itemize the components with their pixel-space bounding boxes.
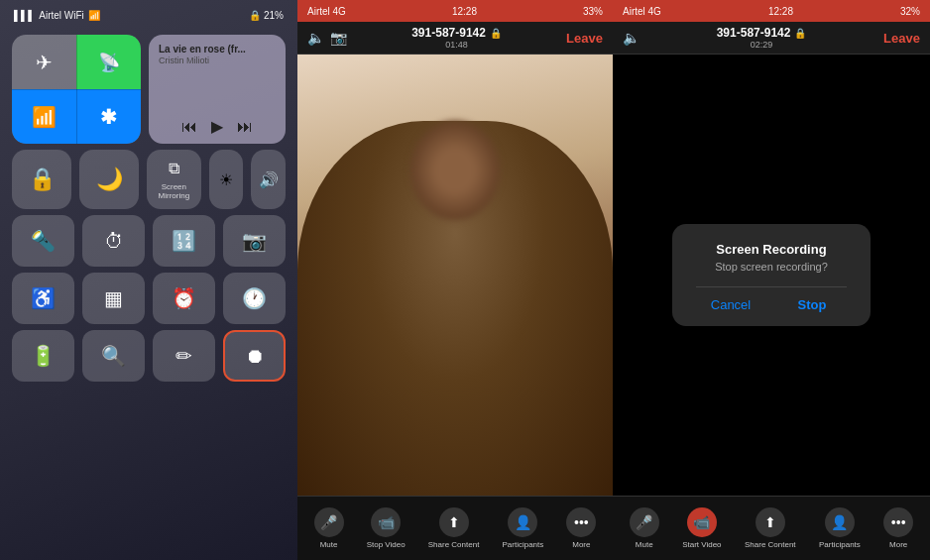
- vc-bottom-bar: 🎤 Mute 📹 Stop Video ⬆ Share Content 👤 Pa…: [297, 496, 613, 560]
- vc-camera-header-icon: 📷: [330, 30, 347, 46]
- rec-duration: 02:29: [751, 40, 773, 50]
- next-button[interactable]: ⏭: [237, 118, 253, 136]
- vc-more-label: More: [572, 540, 590, 549]
- rec-speaker-icon: 🔈: [623, 30, 639, 46]
- rec-mute-icon: 🎤: [630, 507, 659, 537]
- cc-top-row: ✈ 📡 📶 ✱ La vie en rose (fr... Cristin Mi…: [12, 35, 286, 144]
- cc-grid-row2: ♿ ▦ ⏰ 🕐: [12, 273, 286, 324]
- portrait-lock-icon: 🔒: [29, 167, 56, 192]
- volume-icon: 🔊: [259, 170, 279, 189]
- rec-call-header: 🔈 391-587-9142 🔒 02:29 Leave: [613, 22, 930, 55]
- vc-stop-video-button[interactable]: 📹 Stop Video: [367, 507, 406, 549]
- brightness-icon: ☀: [219, 170, 233, 189]
- vc-participants-label: Participants: [502, 540, 543, 549]
- screen-mirroring-tile[interactable]: ⧉ Screen Mirroring: [147, 150, 201, 209]
- flashlight-icon: 🔦: [31, 229, 56, 253]
- wifi-tile[interactable]: 📶: [12, 89, 76, 144]
- bluetooth-tile[interactable]: ✱: [76, 89, 141, 144]
- alarm-tile[interactable]: ⏰: [153, 273, 215, 324]
- rec-share-label: Share Content: [745, 540, 796, 549]
- screen-recording-panel: Airtel 4G 12:28 32% 🔈 391-587-9142 🔒 02:…: [613, 0, 930, 560]
- rec-lock-icon: 🔒: [794, 28, 806, 39]
- timer-icon: ⏱: [104, 230, 124, 253]
- clock-tile[interactable]: 🕐: [223, 273, 286, 324]
- qr-code-icon: ▦: [104, 286, 123, 310]
- calculator-tile[interactable]: 🔢: [153, 215, 215, 267]
- vc-header-icons-left: 🔈 📷: [307, 30, 347, 46]
- vc-battery: 33%: [583, 6, 603, 17]
- volume-slider[interactable]: 🔊: [251, 150, 286, 209]
- flashlight-tile[interactable]: 🔦: [12, 215, 74, 267]
- vc-participants-icon: 👤: [508, 507, 537, 537]
- qr-code-tile[interactable]: ▦: [82, 273, 145, 324]
- vc-duration: 01:48: [445, 40, 468, 50]
- magnifier-icon: 🔍: [101, 344, 126, 368]
- rec-more-button[interactable]: ••• More: [883, 507, 913, 549]
- do-not-disturb-tile[interactable]: 🌙: [79, 150, 139, 209]
- cc-bottom-row: 🔋 🔍 ✏ ⏺: [12, 330, 286, 382]
- vc-lock-icon: 🔒: [490, 28, 502, 39]
- vc-status-bar: Airtel 4G 12:28 33%: [297, 0, 613, 22]
- dialog-buttons: Cancel Stop: [696, 286, 847, 312]
- accessibility-icon: ♿: [31, 286, 56, 310]
- portrait-lock-tile[interactable]: 🔒: [12, 150, 71, 209]
- vc-mute-button[interactable]: 🎤 Mute: [314, 507, 344, 549]
- vc-more-icon: •••: [566, 507, 596, 537]
- vc-phone-number: 391-587-9142 🔒: [411, 26, 502, 40]
- rec-participants-button[interactable]: 👤 Participants: [819, 507, 861, 549]
- dialog-title: Screen Recording: [696, 242, 847, 257]
- rec-phone-number: 391-587-9142 🔒: [717, 26, 807, 40]
- cc-grid-row1: 🔦 ⏱ 🔢 📷: [12, 215, 286, 267]
- rec-status-bar: Airtel 4G 12:28 32%: [613, 0, 930, 22]
- battery-area: 🔒 21%: [249, 10, 284, 21]
- rec-participants-label: Participants: [819, 540, 861, 549]
- rec-more-label: More: [889, 540, 907, 549]
- rec-time: 12:28: [768, 6, 793, 17]
- music-widget[interactable]: La vie en rose (fr... Cristin Milioti ⏮ …: [149, 35, 286, 144]
- rec-leave-button[interactable]: Leave: [883, 31, 920, 46]
- rec-carrier: Airtel 4G: [623, 6, 661, 17]
- vc-stop-video-icon: 📹: [371, 507, 401, 537]
- vc-more-button[interactable]: ••• More: [566, 507, 596, 549]
- brightness-slider[interactable]: ☀: [209, 150, 244, 209]
- cellular-icon: 📡: [98, 52, 120, 73]
- camera-icon: 📷: [242, 229, 267, 253]
- dialog-stop-button[interactable]: Stop: [777, 297, 847, 312]
- signal-bars: ▌▌▌: [14, 10, 35, 21]
- cc-row2: 🔒 🌙 ⧉ Screen Mirroring ☀ 🔊: [12, 150, 286, 209]
- camera-tile[interactable]: 📷: [223, 215, 286, 267]
- screen-record-icon: ⏺: [245, 345, 265, 368]
- carrier-signal: ▌▌▌ Airtel WiFi 📶: [14, 10, 100, 21]
- wifi-icon: 📶: [88, 10, 100, 21]
- dialog-cancel-button[interactable]: Cancel: [696, 297, 765, 312]
- cellular-data-tile[interactable]: 📡: [76, 35, 141, 89]
- vc-share-icon: ⬆: [439, 507, 469, 537]
- airplane-mode-tile[interactable]: ✈: [12, 35, 76, 89]
- vc-mute-icon: 🎤: [314, 507, 344, 537]
- battery-icon: 🔋: [31, 344, 56, 368]
- battery-tile[interactable]: 🔋: [12, 330, 74, 382]
- play-button[interactable]: ▶: [211, 117, 223, 136]
- vc-participants-button[interactable]: 👤 Participants: [502, 507, 543, 549]
- control-center-panel: ▌▌▌ Airtel WiFi 📶 🔒 21% ✈ 📡 📶 ✱: [0, 0, 297, 560]
- vc-time: 12:28: [452, 6, 477, 17]
- vc-carrier: Airtel 4G: [307, 6, 346, 17]
- rec-share-content-button[interactable]: ⬆ Share Content: [745, 507, 796, 549]
- prev-button[interactable]: ⏮: [181, 118, 197, 136]
- magnifier-tile[interactable]: 🔍: [82, 330, 145, 382]
- rec-battery: 32%: [900, 6, 920, 17]
- rec-start-video-label: Start Video: [682, 540, 721, 549]
- music-info: La vie en rose (fr... Cristin Milioti: [159, 43, 276, 65]
- timer-tile[interactable]: ⏱: [82, 215, 145, 267]
- notes-icon: ✏: [175, 344, 192, 368]
- rec-mute-button[interactable]: 🎤 Mute: [630, 507, 659, 549]
- vc-leave-button[interactable]: Leave: [566, 31, 603, 46]
- rec-start-video-icon: 📹: [687, 507, 717, 537]
- vc-share-content-button[interactable]: ⬆ Share Content: [428, 507, 480, 549]
- screen-mirroring-label: Screen Mirroring: [157, 182, 191, 200]
- accessibility-tile[interactable]: ♿: [12, 273, 74, 324]
- notes-tile[interactable]: ✏: [153, 330, 215, 382]
- rec-participants-icon: 👤: [825, 507, 855, 537]
- rec-start-video-button[interactable]: 📹 Start Video: [682, 507, 721, 549]
- screen-record-tile[interactable]: ⏺: [223, 330, 286, 382]
